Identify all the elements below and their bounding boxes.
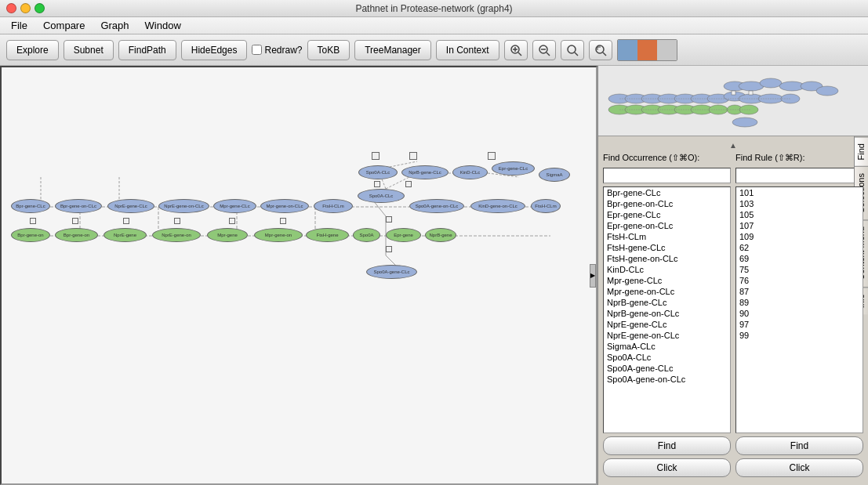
- graph-node-bpr-on[interactable]: Bpr-gene-on-CLc: [55, 199, 102, 213]
- graph-node-epr[interactable]: Epr-gene-CLc: [492, 161, 535, 176]
- graph-node-bpr-on-g[interactable]: Bpr-gene-on: [55, 228, 98, 242]
- color-gray[interactable]: [657, 40, 677, 60]
- menu-compare[interactable]: Compare: [35, 18, 93, 33]
- rule-item-10[interactable]: 89: [736, 297, 863, 308]
- occurrence-item-17[interactable]: Spo0A-gene-on-CLc: [604, 374, 730, 385]
- graph-node-spo-g[interactable]: Spo0A: [353, 228, 380, 242]
- occurrence-item-6[interactable]: FtsH-gene-on-CLc: [604, 253, 730, 264]
- rule-item-1[interactable]: 103: [736, 198, 863, 209]
- graph-node-mpr[interactable]: Mpr-gene-CLc: [213, 199, 256, 213]
- graph-node-mpr-on-g[interactable]: Mpr-gene-on: [254, 228, 303, 242]
- graph-node-sigma[interactable]: SigmaA: [539, 168, 570, 182]
- graph-node-bpr-gene[interactable]: Bpr-gene-CLc: [11, 199, 50, 213]
- rule-item-5[interactable]: 62: [736, 242, 863, 253]
- incontext-button[interactable]: In Context: [436, 40, 499, 60]
- graph-connector-2[interactable]: [405, 181, 412, 187]
- graph-node-kin[interactable]: KinD-CLc: [452, 165, 488, 179]
- graph-connector-m6[interactable]: [280, 218, 286, 224]
- color-selector[interactable]: [617, 39, 677, 61]
- explore-button[interactable]: Explore: [6, 40, 59, 60]
- occurrence-item-12[interactable]: NprE-gene-CLc: [604, 319, 730, 330]
- graph-node-npre[interactable]: NprE-gene-CLc: [107, 199, 154, 213]
- occurrence-item-4[interactable]: FtsH-CLm: [604, 231, 730, 242]
- graph-node-spoa-gene[interactable]: Spo0A-gene-on-CLc: [409, 199, 464, 213]
- graph-node-nprb-g[interactable]: NprB-gene: [425, 228, 456, 242]
- occurrence-item-2[interactable]: Epr-gene-CLc: [604, 209, 730, 220]
- collapse-btn[interactable]: ▲: [729, 141, 737, 150]
- occurrence-item-1[interactable]: Bpr-gene-on-CLc: [604, 198, 730, 209]
- graph-node-spoa-clc[interactable]: Spo0A-CLc: [358, 165, 398, 179]
- find-occurrence-button[interactable]: Find: [603, 436, 731, 455]
- menu-file[interactable]: File: [3, 18, 35, 33]
- rule-item-7[interactable]: 75: [736, 264, 863, 275]
- findpath-button[interactable]: FindPath: [118, 40, 176, 60]
- graph-node-spoa-low[interactable]: Spo0A-gene-CLc: [366, 265, 417, 279]
- rule-item-2[interactable]: 105: [736, 209, 863, 220]
- color-orange[interactable]: [637, 40, 657, 60]
- tokb-button[interactable]: ToKB: [307, 40, 350, 60]
- maximize-button[interactable]: [35, 3, 45, 13]
- graph-node-ftsh2[interactable]: FtsH-CLm: [531, 199, 561, 213]
- occurrence-item-10[interactable]: NprB-gene-CLc: [604, 297, 730, 308]
- graph-node-epr-g[interactable]: Epr-gene: [386, 228, 421, 242]
- graph-collapse-btn[interactable]: ▶: [590, 264, 596, 288]
- zoom-out-button[interactable]: [532, 40, 556, 60]
- graph-canvas[interactable]: Spo0A-CLc NprB-gene-CLc KinD-CLc Epr-gen…: [0, 66, 597, 485]
- graph-node-ftsh-g[interactable]: FtsH-gene: [306, 228, 349, 242]
- occurrence-item-14[interactable]: SigmaA-CLc: [604, 341, 730, 352]
- occurrence-item-3[interactable]: Epr-gene-on-CLc: [604, 220, 730, 231]
- occurrence-item-13[interactable]: NprE-gene-on-CLc: [604, 330, 730, 341]
- rule-item-8[interactable]: 76: [736, 275, 863, 286]
- treemanager-button[interactable]: TreeManager: [354, 40, 431, 60]
- zoom-reset-button[interactable]: [561, 40, 584, 60]
- graph-node-mpr-on[interactable]: Mpr-gene-on-CLc: [260, 199, 309, 213]
- close-button[interactable]: [6, 3, 16, 13]
- rule-listbox[interactable]: 101103105107109626975768789909799: [735, 186, 863, 433]
- occurrence-listbox[interactable]: Bpr-gene-CLcBpr-gene-on-CLcEpr-gene-CLcE…: [603, 186, 731, 433]
- occurrence-item-16[interactable]: Spo0A-gene-CLc: [604, 363, 730, 374]
- rule-item-9[interactable]: 87: [736, 286, 863, 297]
- graph-connector-m1[interactable]: [30, 218, 36, 224]
- rule-item-11[interactable]: 90: [736, 308, 863, 319]
- rule-item-12[interactable]: 97: [736, 319, 863, 330]
- color-blue[interactable]: [618, 40, 637, 60]
- graph-node-npre-on[interactable]: NprE-gene-on-CLc: [158, 199, 209, 213]
- graph-connector-m7[interactable]: [386, 216, 392, 223]
- occurrence-item-8[interactable]: Mpr-gene-CLc: [604, 275, 730, 286]
- zoom-fit-button[interactable]: [589, 40, 612, 60]
- graph-node-connector[interactable]: [372, 152, 380, 160]
- rule-item-13[interactable]: 99: [736, 330, 863, 341]
- menu-graph[interactable]: Graph: [93, 18, 136, 33]
- graph-node-connector[interactable]: [488, 152, 496, 160]
- graph-node-npre-on-g[interactable]: NprE-gene-on: [152, 228, 201, 242]
- graph-connector-m2[interactable]: [72, 218, 78, 224]
- graph-node-connector[interactable]: [409, 152, 417, 160]
- occurrence-item-15[interactable]: Spo0A-CLc: [604, 352, 730, 363]
- graph-connector-m3[interactable]: [123, 218, 129, 224]
- graph-node-npre-g[interactable]: NprE-gene: [104, 228, 147, 242]
- occurrence-item-7[interactable]: KinD-CLc: [604, 264, 730, 275]
- redraw-checkbox[interactable]: [252, 45, 262, 55]
- window-controls[interactable]: [6, 3, 45, 13]
- graph-connector-low[interactable]: [386, 246, 392, 252]
- minimize-button[interactable]: [20, 3, 31, 13]
- occurrence-item-11[interactable]: NprB-gene-on-CLc: [604, 308, 730, 319]
- rule-input[interactable]: [735, 168, 863, 183]
- graph-node-spoa2[interactable]: Spo0A-CLc: [358, 189, 405, 203]
- occurrence-item-0[interactable]: Bpr-gene-CLc: [604, 187, 730, 198]
- menu-window[interactable]: Window: [137, 18, 189, 33]
- find-rule-button[interactable]: Find: [735, 436, 863, 455]
- graph-node-ftsh[interactable]: FtsH-CLm: [314, 199, 353, 213]
- graph-node-bpr-g[interactable]: Bpr-gene-on: [11, 228, 50, 242]
- click-rule-button[interactable]: Click: [735, 458, 863, 477]
- occurrence-input[interactable]: [603, 168, 731, 183]
- zoom-in-button[interactable]: [504, 40, 528, 60]
- click-occurrence-button[interactable]: Click: [603, 458, 731, 477]
- graph-node-mpr-g[interactable]: Mpr-gene: [207, 228, 248, 242]
- vtab-find[interactable]: Find: [855, 136, 868, 166]
- occurrence-item-5[interactable]: FtsH-gene-CLc: [604, 242, 730, 253]
- graph-connector-1[interactable]: [374, 181, 380, 187]
- rule-item-17[interactable]: [736, 346, 863, 347]
- occurrence-item-9[interactable]: Mpr-gene-on-CLc: [604, 286, 730, 297]
- graph-connector-m5[interactable]: [229, 218, 235, 224]
